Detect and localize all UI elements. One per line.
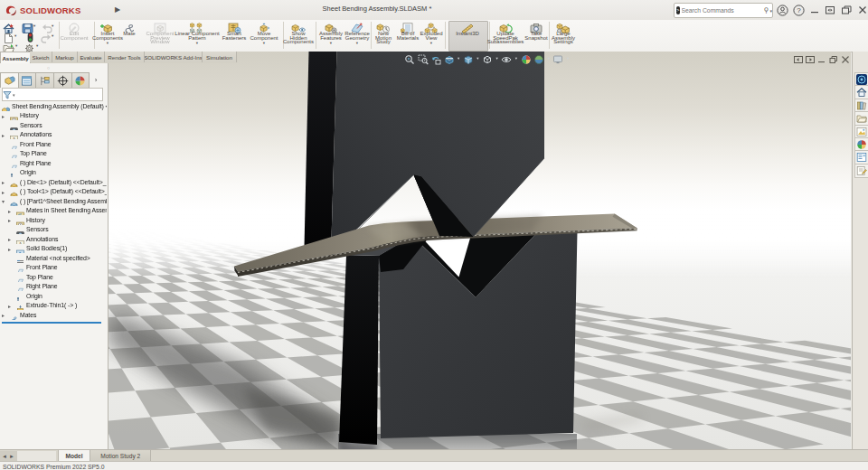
edit-appearance-icon-svg-path[interactable] [526,56,531,61]
doc-restore-icon-svg-rect[interactable] [830,59,835,63]
new-dropdown-icon[interactable]: ▾ [14,33,16,38]
3dexperience-icon-svg[interactable] [856,74,867,85]
save-dropdown-icon[interactable]: ▾ [33,24,35,28]
tab-markup[interactable]: Markup [52,52,78,62]
tree-item[interactable]: Sensors [0,225,107,235]
hide-show-items-dropdown-icon[interactable]: ▾ [514,56,518,61]
rebuild-button-svg-circle[interactable] [29,33,32,36]
configurationmanager-tab-svg[interactable] [39,75,51,87]
account-icon-svg-path[interactable] [779,12,785,14]
tab-sketch[interactable]: Sketch [30,52,52,62]
home-button[interactable] [3,21,14,31]
propertymanager-tab-svg-rect[interactable] [23,76,32,78]
view-palette-icon-svg[interactable] [856,127,867,137]
open-dropdown-icon[interactable]: ▾ [15,43,17,48]
design-library-icon-svg-rect[interactable] [861,102,863,109]
displaymanager-tab-svg-path[interactable] [76,76,80,80]
tree-item[interactable]: ▸Extrude-Thin1( -> ) [0,301,107,311]
edit-appearance-icon-svg-path[interactable] [526,60,531,64]
featuremanager-tab-svg[interactable] [4,75,15,87]
account-icon-svg[interactable] [777,5,788,16]
zoom-to-area-icon-svg-path[interactable] [426,62,428,64]
tree-expand-arrow[interactable]: ▸ [2,189,5,195]
tree-expand-arrow[interactable]: ▸ [8,217,11,223]
tree-item[interactable]: ▸AAnnotations [0,130,107,140]
propertymanager-tab-svg[interactable] [21,75,33,87]
undo-button-svg-path[interactable] [42,24,46,30]
view-palette-icon-svg-circle[interactable] [863,128,864,130]
window-switch-icon-svg[interactable] [825,5,835,15]
tree-item[interactable]: ▸Mates [0,310,107,320]
apply-scene-icon-svg-path[interactable] [535,60,543,63]
large-assembly-settings-button[interactable]: LargeAssemblySettings [539,20,588,44]
close-icon[interactable] [855,3,868,17]
tree-expand-arrow[interactable]: ▸ [8,303,11,309]
view-orientation-dropdown-icon[interactable]: ▾ [476,56,479,61]
3dexperience-icon-svg-circle[interactable] [861,79,863,81]
appearances-icon-svg-path[interactable] [857,140,862,145]
view-settings-dropdown-icon[interactable]: ▾ [566,56,570,61]
graphics-viewport[interactable] [108,52,851,449]
tree-item[interactable]: Origin [0,168,107,178]
tab-evaluate[interactable]: Evaluate [78,52,105,62]
options-button-svg-circle[interactable] [28,47,30,49]
appearances-icon-svg-path[interactable] [857,145,862,149]
open-button[interactable] [3,41,14,51]
tree-item[interactable]: Origin [0,291,107,301]
file-explorer-icon-svg[interactable] [856,113,867,124]
hide-show-items-icon-svg-circle[interactable] [505,58,508,61]
featuremanager-tab[interactable] [0,72,19,88]
new-button[interactable] [3,31,14,41]
minimize-icon-svg-rect[interactable] [811,12,818,13]
dimxpertmanager-tab-svg[interactable] [57,75,69,87]
tree-item[interactable]: ▸Mates in Sheet Bending Assembly [0,206,107,216]
edit-appearance-icon-svg-path[interactable] [522,56,526,61]
section-view-dropdown-icon[interactable]: ▾ [457,56,460,61]
tree-item[interactable]: Sheet Bending Assembly (Default) <Displa… [0,101,107,111]
displaymanager-tab-svg-path[interactable] [80,80,85,85]
displaymanager-tab-svg-path[interactable] [76,80,80,85]
collapse-right-icon-svg-path[interactable] [810,58,813,61]
help-icon-svg[interactable]: ? [793,5,805,16]
forum-icon[interactable] [854,164,868,178]
view-orientation-icon-svg[interactable] [463,54,474,65]
hide-show-items-icon[interactable] [501,52,512,63]
tab-solidworks-add-ins[interactable]: SOLIDWORKS Add-Ins [145,52,203,62]
home-icon-svg-rect[interactable] [859,92,864,97]
view-settings-icon-svg-rect[interactable] [557,62,560,64]
design-library-icon-svg-rect[interactable] [858,102,861,109]
bottom-tab-model[interactable]: Model [58,450,90,461]
previous-view-icon-svg[interactable] [430,54,441,65]
file-explorer-icon-svg-path[interactable] [858,118,867,122]
tree-expand-arrow[interactable]: ▸ [2,179,5,185]
window-switch-icon-svg-path[interactable] [828,9,833,12]
tree-expand-arrow[interactable]: ▸ [8,236,11,242]
view-palette-icon-svg-rect[interactable] [857,127,866,136]
tree-expand-arrow[interactable]: ▸ [8,208,11,214]
close-icon-svg[interactable] [857,5,868,15]
custom-properties-icon-svg-rect[interactable] [863,155,865,156]
sheet-nav-scrollbar[interactable]: ◄► [0,451,56,461]
tree-item[interactable]: ▸( ) Tool<1> (Default) <<Default>_Displa… [0,187,107,197]
zoom-to-fit-icon-svg[interactable] [404,54,415,65]
dimxpertmanager-tab[interactable] [54,72,72,89]
insert-components-dropdown-icon[interactable]: ▾ [83,42,132,45]
search-commands-box[interactable]: > ⚲ ▾ [674,3,773,18]
tree-expand-arrow[interactable]: ▾ [2,198,5,204]
tree-expand-arrow[interactable]: ▸ [2,113,5,119]
previous-view-icon[interactable] [430,52,441,63]
doc-close-icon[interactable] [841,55,850,64]
doc-restore-icon[interactable] [829,55,838,64]
restore-icon-svg[interactable] [841,5,852,15]
zoom-to-fit-icon-svg-path[interactable] [408,58,410,60]
tree-expand-arrow[interactable]: ▸ [8,246,11,252]
solidworks-logo[interactable]: SOLIDWORKS [5,3,80,17]
window-switch-icon[interactable] [823,3,837,17]
account-icon[interactable] [775,3,789,17]
appearances-icon-svg-path[interactable] [862,145,866,149]
collapse-left-icon-svg[interactable] [794,55,803,64]
edit-appearance-icon-svg-path[interactable] [522,60,526,64]
tree-item[interactable]: Front Plane [0,263,107,273]
tree-item[interactable]: Material <not specified> [0,253,107,263]
collapse-left-icon[interactable] [794,55,803,64]
